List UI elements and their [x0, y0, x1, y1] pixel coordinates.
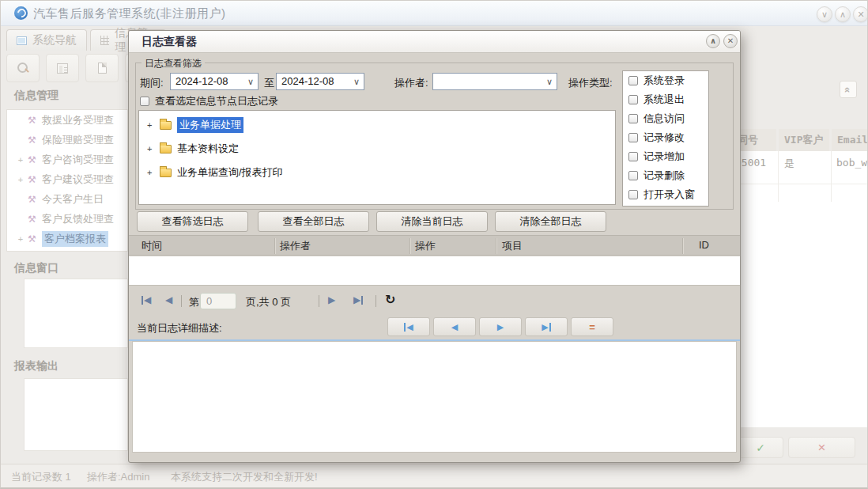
- grid-icon: [100, 36, 109, 45]
- column-header-operation[interactable]: 操作: [415, 239, 436, 253]
- checkbox-icon[interactable]: [628, 114, 638, 123]
- first-page-icon[interactable]: ◀: [142, 294, 151, 305]
- window-icon: [17, 36, 27, 45]
- op-type-option-delete[interactable]: 记录删除: [623, 166, 708, 185]
- delete-record-icon: =: [589, 321, 595, 333]
- app-window: 汽车售后服务管理系统(非注册用户) ∨ ∧ ✕ 系统导航 信息管理 信息管理 ⚒…: [0, 0, 868, 489]
- grid-column-header[interactable]: Email: [832, 129, 868, 151]
- window-minimize-button[interactable]: ∨: [817, 6, 832, 22]
- window-maximize-button[interactable]: ∧: [835, 6, 851, 22]
- checkbox-icon[interactable]: [628, 171, 638, 180]
- grid-cell-contract[interactable]: 05001: [735, 157, 776, 169]
- dialog-rollup-button[interactable]: ∧: [706, 34, 720, 48]
- checkbox-icon[interactable]: [628, 190, 638, 199]
- grid-column-header[interactable]: VIP客户: [779, 129, 829, 151]
- document-button[interactable]: [85, 54, 119, 82]
- dialog-title-bar[interactable]: 日志查看器 ∧ ✕: [129, 31, 740, 53]
- report-output-title: 报表输出: [14, 359, 58, 373]
- op-type-option-access[interactable]: 信息访问: [623, 109, 708, 128]
- node-filter-checkbox[interactable]: 查看选定信息节点日志记录: [140, 94, 278, 108]
- tool-icon: ⚒: [28, 115, 36, 126]
- page-label: 第: [189, 295, 199, 309]
- checkbox-icon[interactable]: [140, 97, 149, 106]
- status-bar: 当前记录数 1 操作者:Admin 本系统支持二次开发和全新开发!: [0, 464, 868, 487]
- op-type-option-open-entry[interactable]: 打开录入窗: [623, 185, 708, 204]
- expand-icon[interactable]: +: [17, 175, 25, 184]
- tool-icon: ⚒: [28, 174, 36, 185]
- column-header-id[interactable]: ID: [699, 239, 709, 251]
- status-message: 本系统支持二次开发和全新开发!: [171, 470, 318, 484]
- title-bar: 汽车售后服务管理系统(非注册用户) ∨ ∧ ✕: [0, 0, 868, 26]
- detail-delete-button[interactable]: =: [571, 317, 613, 336]
- detail-prev-button[interactable]: ◀: [433, 317, 476, 336]
- tree-item-basic-data[interactable]: + 基本资料设定: [139, 138, 615, 160]
- detail-first-button[interactable]: ◀: [387, 317, 430, 336]
- last-page-icon[interactable]: ▶: [353, 294, 363, 305]
- grid-cell-email[interactable]: bob_w: [836, 157, 867, 169]
- expand-icon[interactable]: +: [147, 144, 152, 154]
- confirm-button[interactable]: ✓: [738, 437, 783, 458]
- expand-icon[interactable]: +: [147, 168, 152, 177]
- detail-next-button[interactable]: ▶: [479, 317, 522, 336]
- checkbox-icon[interactable]: [628, 95, 638, 104]
- next-page-icon[interactable]: ▶: [328, 294, 335, 305]
- sidebar-tree: ⚒ 救援业务受理查 ⚒ 保险理赔受理查 + ⚒ 客户咨询受理查 + ⚒ 客户建议…: [6, 109, 128, 252]
- checkbox-icon[interactable]: [628, 152, 638, 161]
- log-table-body: [129, 256, 740, 286]
- last-record-icon: [549, 323, 551, 332]
- dialog-close-button[interactable]: ✕: [723, 34, 738, 48]
- checkbox-icon[interactable]: [628, 133, 638, 142]
- grid-cell-vip[interactable]: 是: [784, 157, 794, 171]
- tree-item-query-print[interactable]: + 业务单据查询/报表打印: [139, 161, 615, 184]
- sidebar-item-feedback[interactable]: ⚒ 客户反馈处理查: [7, 209, 127, 229]
- search-button[interactable]: [6, 54, 40, 82]
- op-type-option-modify[interactable]: 记录修改: [623, 128, 708, 147]
- detail-description-area[interactable]: [132, 341, 737, 453]
- op-type-option-login[interactable]: 系统登录: [623, 71, 708, 90]
- view-filtered-log-button[interactable]: 查看筛选日志: [137, 211, 248, 232]
- tab-label: 系统导航: [32, 33, 77, 47]
- list-view-button[interactable]: [46, 54, 79, 82]
- collapse-panel-button[interactable]: «: [840, 81, 857, 98]
- tool-icon: ⚒: [28, 214, 36, 225]
- sidebar-item-customer-report[interactable]: + ⚒ 客户档案报表: [7, 229, 127, 248]
- sidebar-item-rescue[interactable]: ⚒ 救援业务受理查: [7, 110, 127, 130]
- cancel-button[interactable]: ×: [788, 437, 855, 458]
- chevron-down-icon: ∨: [247, 74, 254, 89]
- sidebar-item-suggestion[interactable]: + ⚒ 客户建议受理查: [7, 169, 127, 189]
- operator-label: 操作者:: [394, 76, 428, 90]
- window-close-button[interactable]: ✕: [853, 6, 868, 22]
- tree-item-business-docs[interactable]: + 业务单据处理: [139, 114, 615, 136]
- date-to-select[interactable]: 2024-12-08 ∨: [276, 73, 364, 90]
- clear-all-log-button[interactable]: 清除全部日志: [495, 211, 606, 232]
- column-header-operator[interactable]: 操作者: [280, 239, 311, 253]
- op-type-option-logout[interactable]: 系统退出: [623, 90, 708, 109]
- page-number-input[interactable]: [200, 293, 236, 309]
- dialog-title: 日志查看器: [142, 35, 197, 49]
- list-icon: [57, 63, 68, 74]
- detail-last-button[interactable]: ▶: [525, 317, 568, 336]
- document-icon: [98, 63, 107, 74]
- clear-current-log-button[interactable]: 清除当前日志: [376, 211, 488, 232]
- column-header-time[interactable]: 时间: [142, 239, 162, 253]
- pages-total-label: 页,共 0 页: [246, 295, 291, 309]
- date-from-select[interactable]: 2024-12-08 ∨: [170, 73, 259, 90]
- tab-system-navigation[interactable]: 系统导航: [6, 29, 87, 51]
- view-all-log-button[interactable]: 查看全部日志: [258, 211, 369, 232]
- expand-icon[interactable]: +: [17, 234, 25, 244]
- expand-icon[interactable]: +: [17, 155, 25, 165]
- op-type-option-add[interactable]: 记录增加: [623, 147, 708, 166]
- expand-icon[interactable]: +: [147, 120, 152, 130]
- sidebar-item-insurance[interactable]: ⚒ 保险理赔受理查: [7, 130, 127, 150]
- refresh-icon[interactable]: ↻: [385, 292, 395, 307]
- sidebar-item-birthday[interactable]: ⚒ 今天客户生日: [7, 189, 127, 209]
- prev-page-icon[interactable]: ◀: [165, 294, 172, 305]
- column-header-item[interactable]: 项目: [502, 239, 523, 253]
- checkbox-icon[interactable]: [628, 76, 638, 85]
- detail-label: 当前日志详细描述:: [137, 321, 222, 335]
- folder-icon: [160, 121, 172, 130]
- check-icon: ✓: [756, 442, 765, 454]
- sidebar-item-consult[interactable]: + ⚒ 客户咨询受理查: [7, 150, 127, 169]
- operator-select[interactable]: ∨: [432, 73, 557, 90]
- chevron-down-icon: ∨: [353, 74, 360, 89]
